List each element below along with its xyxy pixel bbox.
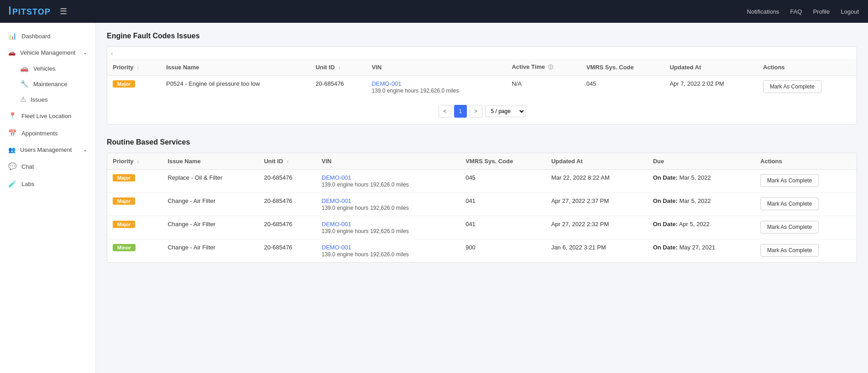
rs-unit-id-1: 20-685476 <box>258 193 316 216</box>
rs-vin-link-3[interactable]: DEMO-001 <box>322 244 455 251</box>
issues-icon: ⚠ <box>20 95 26 104</box>
rs-vin-hours-2: 139.0 engine hours <box>322 228 369 234</box>
sidebar-item-fleet-live-location[interactable]: 📍 Fleet Live Location <box>0 107 95 124</box>
rs-updated-at-1: Apr 27, 2022 2:37 PM <box>546 193 648 216</box>
rs-priority-3: Minor <box>107 239 162 263</box>
routine-services-row-1: Major Change - Air Filter 20-685476 DEMO… <box>107 193 857 216</box>
scroll-left-arrow[interactable]: ‹ <box>107 48 117 59</box>
rs-vin-miles-2: 192,626.0 miles <box>370 228 409 234</box>
engine-fault-header-row: Priority ↕ Issue Name Unit ID ↕ VIN Acti… <box>107 59 857 76</box>
rs-priority-badge-2: Major <box>113 221 135 228</box>
rs-vin-hours-1: 139.0 engine hours <box>322 205 369 211</box>
sidebar: 📊 Dashboard 🚗 Vehicle Management ⌄ 🚗 Veh… <box>0 23 96 373</box>
rs-col-updated-at: Updated At <box>546 153 648 170</box>
sidebar-item-appointments[interactable]: 📅 Appointments <box>0 124 95 142</box>
issues-label: Issues <box>31 96 48 103</box>
rs-col-issue-name: Issue Name <box>162 153 258 170</box>
maintenance-label: Maintenance <box>33 81 67 88</box>
ef-vin-0: DEMO-001 139.0 engine hours 192,626.0 mi… <box>366 76 506 99</box>
rs-col-due: Due <box>648 153 755 170</box>
dashboard-icon: 📊 <box>8 32 17 40</box>
unit-id-sort-icon: ↕ <box>338 65 340 70</box>
ef-unit-id-0: 20-685476 <box>310 76 366 99</box>
rs-vin-hours-3: 139.0 engine hours <box>322 251 369 258</box>
ef-vin-link-0[interactable]: DEMO-001 <box>371 80 501 87</box>
rs-actions-1: Mark As Complete <box>755 193 857 216</box>
next-page-btn[interactable]: > <box>470 105 482 118</box>
logout-link[interactable]: Logout <box>841 8 859 15</box>
rs-mark-complete-btn-2[interactable]: Mark As Complete <box>760 221 819 233</box>
chevron-down-icon: ⌄ <box>83 147 87 153</box>
rs-mark-complete-btn-3[interactable]: Mark As Complete <box>760 244 819 257</box>
col-unit-id[interactable]: Unit ID ↕ <box>310 59 366 76</box>
col-active-time: Active Time ⓘ <box>506 59 580 76</box>
rs-priority-0: Major <box>107 170 162 193</box>
rs-vin-link-0[interactable]: DEMO-001 <box>322 174 455 181</box>
routine-services-table-wrapper: Priority ↕ Issue Name Unit ID ↕ VIN VMRS… <box>107 153 857 263</box>
engine-fault-pagination: < 1 > 5 / page 10 / page 20 / page <box>107 98 857 124</box>
rs-actions-3: Mark As Complete <box>755 239 857 263</box>
rs-mark-complete-btn-0[interactable]: Mark As Complete <box>760 174 819 187</box>
rs-col-vin: VIN <box>316 153 460 170</box>
ef-priority-0: Major <box>107 76 161 99</box>
col-priority[interactable]: Priority ↕ <box>107 59 161 76</box>
users-management-label: Users Management <box>20 146 72 153</box>
logo-text: PITSTOP <box>12 7 51 16</box>
notifications-link[interactable]: Notifications <box>747 8 779 15</box>
rs-updated-at-3: Jan 6, 2022 3:21 PM <box>546 239 648 263</box>
rs-unit-id-3: 20-685476 <box>258 239 316 263</box>
sidebar-item-maintenance[interactable]: 🔧 Maintenance <box>16 76 95 92</box>
hamburger-icon[interactable]: ☰ <box>60 6 67 16</box>
sidebar-item-vehicles[interactable]: 🚗 Vehicles <box>16 61 95 76</box>
rs-vin-link-1[interactable]: DEMO-001 <box>322 197 455 204</box>
routine-services-title: Routine Based Services <box>107 138 857 146</box>
rs-col-priority[interactable]: Priority ↕ <box>107 153 162 170</box>
routine-services-row-2: Major Change - Air Filter 20-685476 DEMO… <box>107 216 857 239</box>
rs-vin-2: DEMO-001 139.0 engine hours 192,626.0 mi… <box>316 216 460 239</box>
rs-unit-id-2: 20-685476 <box>258 216 316 239</box>
per-page-select[interactable]: 5 / page 10 / page 20 / page <box>485 105 526 117</box>
routine-services-table: Priority ↕ Issue Name Unit ID ↕ VIN VMRS… <box>107 153 857 262</box>
page-1-btn[interactable]: 1 <box>454 105 467 118</box>
layout: 📊 Dashboard 🚗 Vehicle Management ⌄ 🚗 Veh… <box>0 23 868 373</box>
ef-updated-at-0: Apr 7, 2022 2:02 PM <box>664 76 757 99</box>
chat-label: Chat <box>21 163 34 170</box>
ef-active-time-0: N/A <box>506 76 580 99</box>
rs-issue-name-2: Change - Air Filter <box>162 216 258 239</box>
rs-due-1: On Date: Mar 5, 2022 <box>648 193 755 216</box>
rs-updated-at-2: Apr 27, 2022 2:32 PM <box>546 216 648 239</box>
faq-link[interactable]: FAQ <box>790 8 802 15</box>
nav-left: PITSTOP ☰ <box>9 6 67 17</box>
rs-vin-0: DEMO-001 139.0 engine hours 192,626.0 mi… <box>316 170 460 193</box>
rs-updated-at-0: Mar 22, 2022 8:22 AM <box>546 170 648 193</box>
sidebar-item-chat[interactable]: 💬 Chat <box>0 158 95 175</box>
fleet-location-icon: 📍 <box>8 112 17 120</box>
prev-page-btn[interactable]: < <box>439 105 451 118</box>
sidebar-group-vehicle-management[interactable]: 🚗 Vehicle Management ⌄ <box>0 45 95 61</box>
sidebar-item-labs[interactable]: 🧪 Labs <box>0 175 95 192</box>
sidebar-item-issues[interactable]: ⚠ Issues <box>16 92 95 107</box>
rs-mark-complete-btn-1[interactable]: Mark As Complete <box>760 197 819 210</box>
rs-vmrs-code-2: 041 <box>460 216 546 239</box>
rs-unit-id-0: 20-685476 <box>258 170 316 193</box>
rs-priority-1: Major <box>107 193 162 216</box>
col-vmrs-code: VMRS Sys. Code <box>581 59 664 76</box>
ef-vin-miles-0: 192,626.0 miles <box>420 88 459 94</box>
nav-right: Notifications FAQ Profile Logout <box>747 8 859 15</box>
rs-issue-name-1: Change - Air Filter <box>162 193 258 216</box>
rs-col-unit-id[interactable]: Unit ID ↕ <box>258 153 316 170</box>
chevron-up-icon: ⌄ <box>83 50 87 56</box>
sidebar-group-users-management[interactable]: 👥 Users Management ⌄ <box>0 142 95 158</box>
rs-actions-0: Mark As Complete <box>755 170 857 193</box>
rs-vin-hours-0: 139.0 engine hours <box>322 181 369 188</box>
sidebar-item-dashboard[interactable]: 📊 Dashboard <box>0 27 95 45</box>
appointments-label: Appointments <box>21 130 58 137</box>
rs-due-3: On Date: May 27, 2021 <box>648 239 755 263</box>
ef-mark-complete-btn-0[interactable]: Mark As Complete <box>763 80 821 93</box>
rs-priority-sort-icon: ↕ <box>137 159 139 164</box>
engine-fault-title: Engine Fault Codes Issues <box>107 32 857 40</box>
labs-label: Labs <box>21 181 34 187</box>
rs-actions-2: Mark As Complete <box>755 216 857 239</box>
rs-vin-link-2[interactable]: DEMO-001 <box>322 221 455 228</box>
profile-link[interactable]: Profile <box>813 8 830 15</box>
